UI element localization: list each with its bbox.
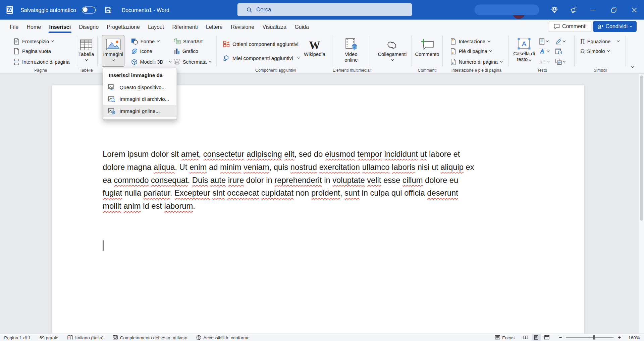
share-button[interactable]: Condividi (593, 21, 637, 32)
zoom-slider-handle[interactable] (593, 335, 595, 340)
chevron-down-icon (85, 58, 88, 61)
chevron-down-icon (617, 39, 620, 42)
miei-componenti-button[interactable]: Miei componenti aggiuntivi (222, 53, 301, 63)
text-completion-status[interactable]: Completamento del testo: attivato (113, 335, 187, 340)
title-bar: W Salvataggio automatico Documento1 - Wo… (0, 0, 644, 20)
icone-button[interactable]: Icone (130, 46, 153, 56)
wordart-button[interactable]: A (539, 46, 553, 56)
chevron-down-icon (500, 60, 503, 63)
proofing-status[interactable]: Italiano (Italia) (67, 335, 104, 340)
commento-button[interactable]: Commento (414, 35, 440, 66)
premium-diamond-icon[interactable] (546, 0, 563, 20)
zoom-slider[interactable] (566, 337, 614, 338)
collapse-ribbon-chevron-icon[interactable] (631, 65, 634, 68)
smartart-button[interactable]: SmartArt (172, 37, 204, 46)
misspelled-word: exercitation (319, 162, 360, 172)
tab-layout[interactable]: Layout (144, 21, 168, 33)
tab-revisione[interactable]: Revisione (227, 21, 258, 33)
collegamenti-button[interactable]: Collegamenti (375, 35, 410, 66)
zoom-in-icon[interactable]: + (617, 334, 622, 340)
ottieni-componenti-button[interactable]: Ottieni componenti aggiuntivi (222, 40, 300, 49)
tab-progettazione[interactable]: Progettazione (103, 21, 144, 33)
word-count[interactable]: 69 parole (40, 335, 58, 340)
print-layout-button[interactable] (532, 334, 541, 341)
zoom-out-icon[interactable]: − (558, 334, 563, 340)
casella-di-testo-button[interactable]: A Casella ditesto (512, 35, 536, 66)
word: do (314, 149, 323, 158)
word: Lorem (103, 149, 125, 158)
immagini-button[interactable]: Immagini (102, 35, 124, 67)
intestazione-button[interactable]: Intestazione (449, 37, 491, 46)
misspelled-word: voluptate (332, 176, 365, 185)
frontespizio-button[interactable]: Frontespizio (12, 37, 55, 46)
misspelled-word: anim (123, 201, 141, 210)
riga-di-firma-button[interactable] (555, 37, 570, 46)
page-indicator[interactable]: Pagina 1 di 1 (4, 335, 31, 340)
schermata-button[interactable]: Schermata (172, 57, 212, 66)
misspelled-word: tempor (357, 149, 382, 158)
tab-disegno[interactable]: Disegno (75, 21, 103, 33)
tab-file[interactable]: File (6, 21, 22, 33)
document-title: Documento1 - Word (122, 7, 169, 13)
misspelled-word: fugiat (103, 189, 122, 198)
tab-guida[interactable]: Guida (290, 21, 313, 33)
pagina-vuota-button[interactable]: Pagina vuota (12, 46, 52, 56)
numero-di-pagina-button[interactable]: # Numero di pagina (449, 57, 503, 66)
chevron-down-icon (547, 60, 550, 63)
autosave-toggle[interactable] (82, 6, 96, 13)
tab-lettere[interactable]: Lettere (202, 21, 227, 33)
misspelled-word: pariatur (144, 189, 170, 198)
misspelled-word: incididunt (384, 149, 418, 158)
forme-button[interactable]: Forme (130, 37, 160, 46)
oggetto-button[interactable] (555, 57, 570, 66)
minimize-button[interactable] (585, 0, 601, 20)
stock-image-icon (108, 96, 115, 103)
tab-home[interactable]: Home (22, 21, 45, 33)
document-text[interactable]: Lorem ipsum dolor sit amet, consectetur … (103, 148, 538, 213)
comments-button[interactable]: Commenti (549, 21, 592, 32)
capolettera-button[interactable]: A (539, 57, 553, 66)
video-online-button[interactable]: Videoonline (338, 35, 365, 66)
misspelled-word: aute (210, 176, 226, 185)
menu-item-questo-dispositivo[interactable]: Questo dispositivo... (103, 81, 176, 93)
misspelled-word: aliquip (440, 162, 464, 172)
data-e-ora-button[interactable] (555, 46, 570, 56)
search-input[interactable]: Cerca (237, 3, 412, 16)
misspelled-word: Duis (192, 176, 208, 185)
restore-button[interactable] (605, 0, 622, 20)
close-button[interactable] (626, 0, 642, 20)
web-layout-button[interactable] (542, 334, 551, 341)
word: officia (404, 189, 425, 198)
zoom-level[interactable]: 160% (628, 335, 640, 340)
misspelled-word: cillum (402, 176, 423, 185)
misspelled-word: Excepteur (174, 189, 210, 198)
word-logo-icon[interactable]: W (6, 5, 15, 14)
misspelled-word: velit (367, 176, 381, 185)
online-image-icon (108, 108, 115, 114)
menu-item-immagini-di-archivio[interactable]: Immagini di archivio... (103, 93, 176, 105)
chevron-down-icon (391, 58, 394, 61)
chevron-down-icon (169, 60, 172, 63)
tab-riferimenti[interactable]: Riferimenti (168, 21, 202, 33)
feedback-megaphone-icon[interactable] (565, 0, 582, 20)
focus-mode-button[interactable]: Focus (495, 335, 515, 340)
interruzione-pagina-button[interactable]: Interruzione di pagina (12, 57, 71, 66)
save-icon[interactable] (105, 6, 112, 13)
simbolo-button[interactable]: Ω Simbolo (579, 46, 611, 56)
menu-item-immagini-online[interactable]: Immagini online... (103, 105, 176, 117)
scrollbar-thumb[interactable] (640, 75, 643, 221)
tabella-button[interactable]: Tabella (76, 35, 96, 66)
wikipedia-button[interactable]: W Wikipedia (302, 35, 327, 66)
pie-di-pagina-button[interactable]: Piè di pagina (449, 46, 493, 56)
vertical-scrollbar[interactable] (639, 74, 644, 333)
tab-inserisci[interactable]: Inserisci (45, 21, 75, 33)
page[interactable]: Lorem ipsum dolor sit amet, consectetur … (52, 85, 584, 333)
equazione-button[interactable]: Π Equazione (579, 37, 621, 46)
grafico-button[interactable]: Grafico (172, 46, 199, 56)
read-mode-button[interactable] (521, 334, 530, 341)
modelli-3d-button[interactable]: Modelli 3D (130, 57, 172, 66)
accessibility-status[interactable]: Accessibilità: conforme (196, 335, 250, 340)
search-icon (247, 7, 252, 12)
parti-rapide-button[interactable] (539, 37, 553, 46)
tab-visualizza[interactable]: Visualizza (258, 21, 290, 33)
